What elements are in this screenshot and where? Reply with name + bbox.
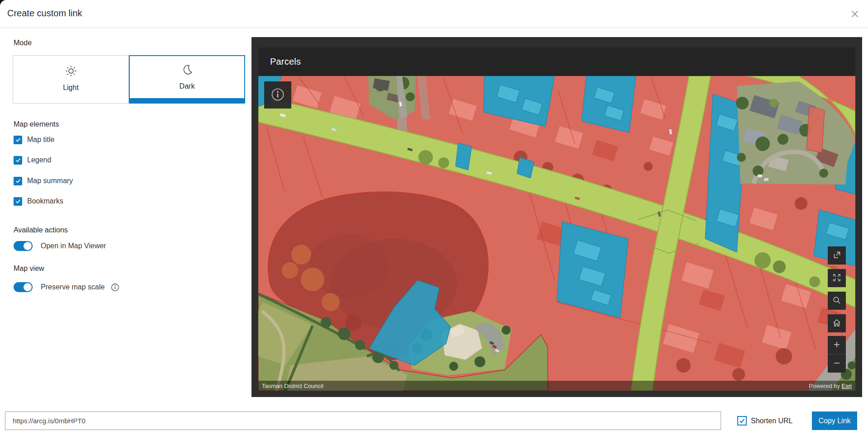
map-view-section-label: Map view	[14, 265, 44, 273]
checkbox-row-map-title[interactable]: Map title	[14, 135, 54, 145]
dialog-title: Create custom link	[7, 8, 82, 19]
toggle-label: Preserve map scale	[41, 283, 104, 291]
toggle-on-switch[interactable]	[14, 241, 33, 251]
map-info-button[interactable]	[264, 81, 291, 109]
options-panel: Mode Light Dark Map elements Map tit	[0, 28, 251, 401]
map-elements-section-label: Map elements	[14, 120, 59, 128]
checkbox-row-map-summary[interactable]: Map summary	[14, 176, 73, 186]
footer-bar: Shorten URL Copy Link	[0, 401, 868, 435]
mode-option-label: Dark	[180, 82, 195, 95]
home-button[interactable]	[828, 314, 846, 332]
dialog-header: Create custom link	[0, 0, 868, 28]
map-title: Parcels	[270, 57, 301, 67]
sun-icon	[64, 64, 78, 80]
checkbox-checked-icon	[14, 156, 22, 165]
open-in-new-icon	[832, 251, 841, 261]
zoom-controls	[828, 336, 846, 373]
attribution-source: Tasman District Council	[262, 383, 323, 389]
shorten-url-control[interactable]: Shorten URL	[737, 411, 793, 430]
copy-link-button[interactable]: Copy Link	[812, 411, 857, 430]
shorten-url-label: Shorten URL	[751, 417, 793, 425]
close-button[interactable]	[848, 8, 862, 21]
expand-button[interactable]	[828, 269, 846, 287]
toggle-knob	[24, 242, 32, 250]
checkbox-label: Map title	[27, 136, 54, 144]
mode-selector: Light Dark	[13, 55, 245, 104]
info-icon	[269, 86, 286, 104]
zoom-out-icon	[833, 359, 841, 369]
attribution-powered-by: Powered by Esri	[809, 383, 852, 389]
toggle-label: Open in Map Viewer	[41, 242, 106, 250]
map-title-bar: Parcels	[258, 47, 855, 76]
home-icon	[832, 318, 841, 329]
zoom-in-button[interactable]	[828, 336, 846, 354]
mode-option-light[interactable]: Light	[13, 55, 129, 104]
window-corner-artifact	[0, 0, 9, 7]
zoom-in-icon	[833, 340, 841, 350]
map-attribution-bar: Tasman District Council Powered by Esri	[258, 381, 855, 391]
checkbox-row-legend[interactable]: Legend	[14, 155, 51, 165]
toggle-on-switch[interactable]	[14, 282, 33, 292]
close-icon	[851, 10, 859, 19]
search-icon	[832, 296, 841, 306]
moon-icon	[181, 64, 194, 78]
zoom-out-button[interactable]	[828, 355, 846, 373]
search-button[interactable]	[828, 292, 846, 310]
share-url-input[interactable]	[5, 411, 721, 430]
checkbox-label: Map summary	[27, 177, 73, 185]
info-icon[interactable]	[111, 283, 119, 292]
checkbox-checked-icon	[14, 197, 22, 206]
toggle-knob	[24, 283, 32, 291]
checkbox-label: Bookmarks	[27, 197, 63, 205]
esri-link[interactable]: Esri	[842, 383, 852, 389]
checkbox-checked-icon	[14, 177, 22, 185]
mode-section-label: Mode	[14, 39, 32, 47]
checkbox-row-bookmarks[interactable]: Bookmarks	[14, 196, 63, 206]
expand-icon	[832, 273, 841, 284]
shorten-url-checkbox[interactable]	[737, 416, 747, 426]
mode-option-dark[interactable]: Dark	[129, 55, 245, 104]
mode-option-label: Light	[63, 84, 79, 95]
toggle-row-open-in-map-viewer[interactable]: Open in Map Viewer	[14, 241, 106, 251]
open-in-new-button[interactable]	[828, 246, 846, 265]
powered-by-text: Powered by	[809, 383, 841, 389]
checkbox-checked-icon	[14, 136, 22, 144]
map-imagery[interactable]: Tasman District Council Powered by Esri	[258, 76, 855, 391]
toggle-row-preserve-map-scale[interactable]: Preserve map scale	[14, 282, 119, 292]
map-preview: Parcels	[258, 47, 855, 391]
map-scene	[258, 76, 855, 391]
map-preview-panel: Parcels	[251, 37, 862, 397]
checkbox-label: Legend	[27, 156, 51, 164]
available-actions-section-label: Available actions	[14, 226, 68, 234]
